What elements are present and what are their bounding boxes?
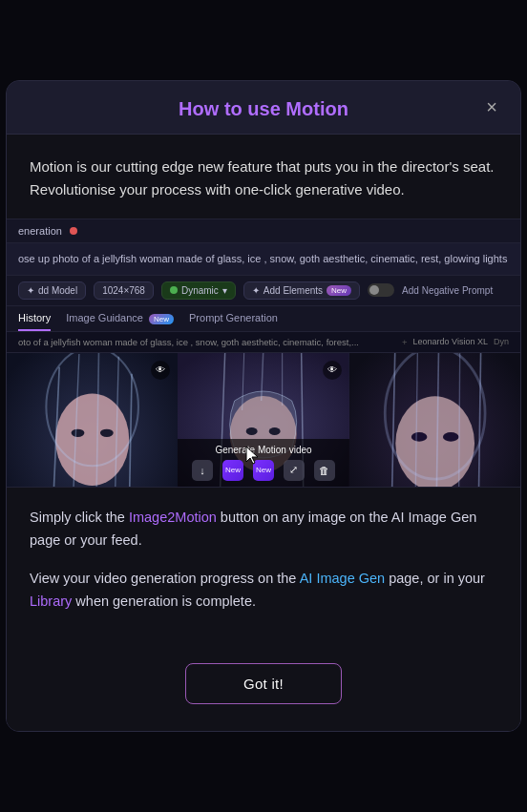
svg-point-22 bbox=[411, 432, 427, 442]
modal-title: How to use Motion bbox=[26, 98, 501, 120]
new-badge-1: New bbox=[225, 466, 241, 474]
app-ui-simulation: eneration ose up photo of a jellyfish wo… bbox=[7, 219, 520, 487]
intro-text: Motion is our cutting edge new feature t… bbox=[30, 156, 497, 201]
got-it-section: Got it! bbox=[7, 648, 520, 731]
tab-history[interactable]: History bbox=[18, 312, 51, 331]
add-elements-btn[interactable]: ✦ Add Elements New bbox=[243, 281, 360, 300]
desc-text-1: Simply click the Image2Motion button on … bbox=[30, 507, 497, 552]
svg-point-4 bbox=[100, 429, 114, 437]
modal-overlay: How to use Motion × Motion is our cuttin… bbox=[0, 0, 527, 812]
modal-body: Motion is our cutting edge new feature t… bbox=[7, 135, 520, 730]
motion-action-1[interactable]: New bbox=[222, 460, 243, 481]
expand-action[interactable]: ⤢ bbox=[284, 460, 305, 481]
svg-point-13 bbox=[269, 427, 281, 435]
modal-container: How to use Motion × Motion is our cuttin… bbox=[6, 80, 521, 731]
add-model-btn[interactable]: ✦ dd Model bbox=[18, 281, 86, 300]
library-link[interactable]: Library bbox=[30, 593, 72, 609]
svg-point-23 bbox=[443, 432, 459, 442]
motion-overlay-title: Generate Motion video bbox=[185, 445, 341, 455]
elements-icon: ✦ bbox=[252, 285, 260, 296]
app-controls-bar: ✦ dd Model 1024×768 Dynamic ▾ ✦ bbox=[7, 276, 520, 306]
tab-prompt-generation[interactable]: Prompt Generation bbox=[189, 312, 278, 331]
desc-text-2: View your video generation progress on t… bbox=[30, 568, 497, 614]
new-badge: New bbox=[327, 285, 351, 296]
app-section-label: eneration bbox=[18, 225, 62, 237]
description-section: Simply click the Image2Motion button on … bbox=[7, 488, 520, 648]
image-cell-1: 👁 bbox=[7, 353, 178, 487]
delete-action[interactable]: 🗑 bbox=[314, 460, 335, 481]
app-top-bar: eneration bbox=[7, 219, 520, 243]
dyn-label: Dyn bbox=[494, 337, 509, 346]
images-strip: 👁 bbox=[7, 353, 520, 487]
style-btn[interactable]: Dynamic ▾ bbox=[161, 281, 236, 300]
jellyfish-image-3 bbox=[349, 353, 520, 487]
prompt-text: ose up photo of a jellyfish woman made o… bbox=[18, 253, 507, 264]
tab-image-guidance[interactable]: Image Guidance New bbox=[66, 312, 174, 331]
app-prompt-row: oto of a jellyfish woman made of glass, … bbox=[7, 332, 520, 353]
svg-point-20 bbox=[395, 396, 474, 487]
eye-icon-2: 👁 bbox=[323, 361, 342, 380]
download-action[interactable]: ↓ bbox=[192, 460, 213, 481]
green-indicator bbox=[170, 286, 178, 294]
image2motion-link[interactable]: Image2Motion bbox=[129, 510, 217, 525]
got-it-button[interactable]: Got it! bbox=[185, 663, 342, 704]
resolution-label: 1024×768 bbox=[102, 285, 145, 296]
red-dot-badge bbox=[70, 227, 77, 235]
svg-point-1 bbox=[55, 393, 129, 486]
add-elements-label: Add Elements bbox=[264, 285, 323, 296]
prompt-row-text: oto of a jellyfish woman made of glass, … bbox=[18, 337, 359, 347]
motion-actions: ↓ New New ⤢ 🗑 bbox=[185, 460, 341, 481]
style-label: Dynamic bbox=[181, 285, 219, 296]
negative-prompt-toggle[interactable] bbox=[368, 283, 394, 297]
image-cell-2: 👁 Generate Motion video ↓ New bbox=[178, 353, 348, 487]
image-cell-3 bbox=[349, 353, 520, 487]
modal-header: How to use Motion × bbox=[7, 81, 520, 135]
toggle-label: Add Negative Prompt bbox=[402, 285, 493, 296]
intro-section: Motion is our cutting edge new feature t… bbox=[7, 135, 520, 219]
cursor-pointer bbox=[244, 445, 264, 468]
svg-point-12 bbox=[246, 427, 258, 435]
resolution-btn[interactable]: 1024×768 bbox=[94, 281, 154, 300]
app-prompt-bar: ose up photo of a jellyfish woman made o… bbox=[7, 243, 520, 276]
app-tabs-bar: History Image Guidance New Prompt Genera… bbox=[7, 306, 520, 332]
motion-overlay: Generate Motion video ↓ New New bbox=[178, 439, 348, 487]
svg-point-3 bbox=[72, 429, 85, 437]
model-name-label: Leonardo Vision XL bbox=[413, 337, 488, 346]
close-button[interactable]: × bbox=[478, 94, 505, 121]
dropdown-arrow: ▾ bbox=[222, 285, 227, 296]
add-model-label: ✦ bbox=[27, 285, 34, 296]
app-screenshot: eneration ose up photo of a jellyfish wo… bbox=[7, 219, 520, 488]
tab-new-badge: New bbox=[149, 314, 174, 324]
ai-image-gen-link[interactable]: AI Image Gen bbox=[300, 571, 385, 586]
